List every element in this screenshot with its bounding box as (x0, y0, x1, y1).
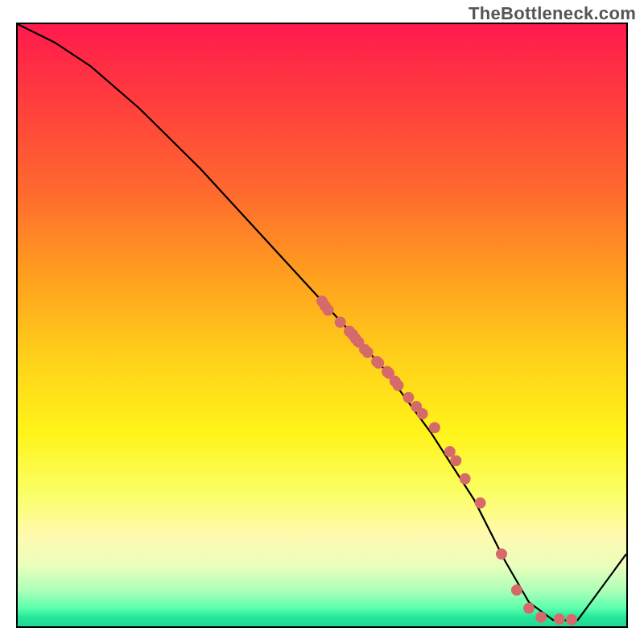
data-point (460, 473, 471, 485)
data-point (417, 408, 428, 419)
curve-line (18, 24, 626, 621)
chart-svg (18, 24, 626, 626)
data-point (535, 612, 547, 623)
data-point (475, 497, 486, 509)
data-points-group (316, 295, 577, 625)
data-point (496, 548, 507, 559)
data-point (450, 455, 461, 466)
data-point (373, 357, 384, 369)
data-point (566, 614, 577, 625)
plot-area (16, 23, 628, 628)
watermark-text: TheBottleneck.com (469, 3, 636, 24)
chart-container: TheBottleneck.com (0, 0, 644, 644)
data-point (335, 316, 346, 328)
data-point (429, 422, 440, 433)
data-point (554, 613, 565, 625)
data-point (362, 347, 374, 358)
data-point (402, 392, 414, 403)
data-point (523, 603, 535, 614)
data-point (511, 584, 522, 596)
data-point (393, 380, 404, 391)
data-point (323, 304, 334, 316)
